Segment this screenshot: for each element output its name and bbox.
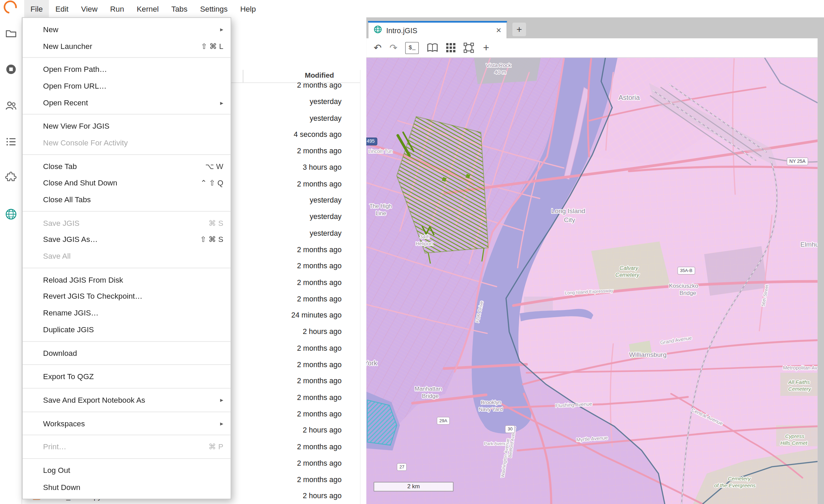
- menubar: FileEditViewRunKernelTabsSettingsHelp: [0, 0, 824, 17]
- jupyterlab-window: FileEditViewRunKernelTabsSettingsHelp: [0, 0, 824, 504]
- menu-kernel[interactable]: Kernel: [130, 0, 165, 17]
- svg-text:Bridge: Bridge: [679, 290, 696, 296]
- svg-text:34th: 34th: [420, 234, 429, 240]
- road-shield-badge: 35A-B: [677, 267, 695, 274]
- svg-text:Cemetery: Cemetery: [788, 386, 812, 392]
- road-shield-badge: 27: [397, 463, 407, 471]
- map-toolbar: ↶ ↷ $_ +: [366, 38, 817, 58]
- menubar-items: FileEditViewRunKernelTabsSettingsHelp: [24, 0, 262, 17]
- menu-item-new-view-for-jgis[interactable]: New View For JGIS: [23, 118, 231, 134]
- menu-item-save-jgis-as[interactable]: Save JGIS As…⇧ ⌘ S: [23, 231, 231, 248]
- menu-item-open-recent[interactable]: Open Recent▸: [23, 94, 231, 111]
- add-layer-button[interactable]: +: [483, 42, 489, 53]
- collaboration-users-icon[interactable]: [4, 99, 17, 112]
- map-scalebar: 2 km: [374, 482, 453, 492]
- extension-manager-puzzle-icon[interactable]: [4, 172, 17, 184]
- menu-item-download[interactable]: Download: [23, 345, 231, 362]
- submenu-arrow-icon: ▸: [220, 99, 223, 106]
- svg-text:All Faiths: All Faiths: [788, 379, 810, 385]
- menu-item-open-from-url[interactable]: Open From URL…: [23, 78, 231, 94]
- svg-text:City: City: [564, 216, 575, 223]
- menu-item-open-from-path[interactable]: Open From Path…: [23, 61, 231, 78]
- road-shield-badge: 495: [366, 138, 377, 145]
- map-basemap[interactable]: Vista Rock40 mAstoriaLincoln TunLong Isl…: [366, 58, 817, 504]
- road-shield-badge: 30: [505, 425, 515, 433]
- new-tab-button[interactable]: +: [512, 23, 526, 36]
- panel-right-rail: [818, 17, 824, 504]
- menu-item-export-to-qgz[interactable]: Export To QGZ: [23, 368, 231, 385]
- symbology-button[interactable]: $_: [405, 42, 419, 54]
- panel-edge: [360, 70, 361, 504]
- road-shield-badge: NY 25A: [787, 157, 808, 165]
- svg-text:Astoria: Astoria: [619, 94, 640, 101]
- menu-help[interactable]: Help: [234, 0, 262, 17]
- menu-item-rename-jgis[interactable]: Rename JGIS…: [23, 305, 231, 321]
- menu-item-duplicate-jgis[interactable]: Duplicate JGIS: [23, 321, 231, 338]
- menu-tabs[interactable]: Tabs: [165, 0, 194, 17]
- left-sidebar: [0, 17, 22, 504]
- svg-text:Manhattan: Manhattan: [415, 386, 442, 392]
- vector-square-icon[interactable]: [464, 42, 474, 53]
- menu-item-close-tab[interactable]: Close Tab⌥ W: [23, 158, 231, 175]
- svg-text:Bridge: Bridge: [422, 393, 439, 399]
- main-dock-panel: Intro.jGIS × + ↶ ↷ $_ +: [366, 17, 824, 504]
- redo-button[interactable]: ↷: [389, 43, 397, 53]
- svg-text:Brooklyn: Brooklyn: [481, 399, 501, 405]
- svg-text:Navy Yard: Navy Yard: [479, 406, 503, 412]
- running-sessions-icon[interactable]: [4, 63, 17, 76]
- svg-text:Lincoln Tun: Lincoln Tun: [369, 149, 393, 154]
- tab-bar: Intro.jGIS × +: [366, 17, 824, 38]
- menu-item-shut-down[interactable]: Shut Down: [23, 479, 231, 495]
- menu-edit[interactable]: Edit: [49, 0, 75, 17]
- menu-item-print: Print…⌘ P: [23, 439, 231, 455]
- raster-grid-icon[interactable]: [446, 43, 456, 53]
- submenu-arrow-icon: ▸: [220, 396, 223, 403]
- svg-text:Cemetery: Cemetery: [615, 272, 640, 278]
- submenu-arrow-icon: ▸: [220, 420, 223, 427]
- menu-run[interactable]: Run: [104, 0, 130, 17]
- svg-text:Vista Rock: Vista Rock: [486, 62, 511, 68]
- svg-text:Elmhurst: Elmhurst: [800, 241, 818, 248]
- svg-text:Metropolitan Av: Metropolitan Av: [783, 365, 817, 371]
- road-shield-badge: 29A: [437, 417, 450, 425]
- jupyter-logo-icon[interactable]: [4, 1, 20, 16]
- menu-item-new-launcher[interactable]: New Launcher⇧ ⌘ L: [23, 38, 231, 54]
- close-tab-icon[interactable]: ×: [496, 25, 501, 36]
- svg-text:Heliport: Heliport: [416, 241, 433, 246]
- menu-item-new-console-for-activity: New Console For Activity: [23, 134, 231, 151]
- jupytergis-globe-icon[interactable]: [4, 208, 17, 221]
- svg-text:Calvary: Calvary: [620, 265, 639, 271]
- menu-item-reload-jgis-from-disk[interactable]: Reload JGIS From Disk: [23, 271, 231, 288]
- basemap-book-icon[interactable]: [427, 43, 438, 53]
- menu-item-new[interactable]: New▸: [23, 21, 231, 38]
- menu-file[interactable]: File: [24, 0, 49, 17]
- svg-text:of the Evergreens: of the Evergreens: [714, 482, 756, 488]
- menu-item-log-out[interactable]: Log Out: [23, 462, 231, 479]
- submenu-arrow-icon: ▸: [220, 26, 223, 33]
- menu-item-revert-jgis-to-checkpoint[interactable]: Revert JGIS To Checkpoint…: [23, 288, 231, 305]
- menu-view[interactable]: View: [75, 0, 104, 17]
- svg-text:Cypress: Cypress: [785, 433, 804, 439]
- svg-text:Hills Cemet: Hills Cemet: [781, 440, 808, 446]
- menu-item-workspaces[interactable]: Workspaces▸: [23, 415, 231, 432]
- tab-intro-jgis[interactable]: Intro.jGIS ×: [368, 21, 507, 38]
- svg-text:40 m: 40 m: [495, 69, 506, 75]
- menu-item-save-jgis: Save JGIS⌘ S: [23, 215, 231, 231]
- svg-text:Kosciuszko: Kosciuszko: [669, 283, 698, 289]
- menu-item-save-all: Save All: [23, 248, 231, 265]
- menu-item-close-and-shut-down[interactable]: Close And Shut Down⌃ ⇧ Q: [23, 175, 231, 191]
- svg-text:Cemetery: Cemetery: [728, 476, 751, 481]
- undo-button[interactable]: ↶: [374, 43, 382, 53]
- menu-item-save-and-export-notebook-as[interactable]: Save And Export Notebook As▸: [23, 392, 231, 409]
- svg-text:The High: The High: [370, 203, 392, 209]
- menu-settings[interactable]: Settings: [194, 0, 234, 17]
- menu-item-close-all-tabs[interactable]: Close All Tabs: [23, 191, 231, 208]
- map-view[interactable]: Vista Rock40 mAstoriaLincoln TunLong Isl…: [366, 58, 817, 504]
- table-of-contents-icon[interactable]: [4, 135, 17, 148]
- file-browser-icon[interactable]: [4, 27, 17, 39]
- svg-text:Line: Line: [376, 210, 386, 216]
- svg-text:Williamsburg: Williamsburg: [629, 351, 667, 358]
- file-menu: New▸New Launcher⇧ ⌘ LOpen From Path…Open…: [22, 17, 231, 499]
- svg-text:New York: New York: [366, 359, 377, 367]
- jgis-file-globe-icon: [374, 25, 382, 36]
